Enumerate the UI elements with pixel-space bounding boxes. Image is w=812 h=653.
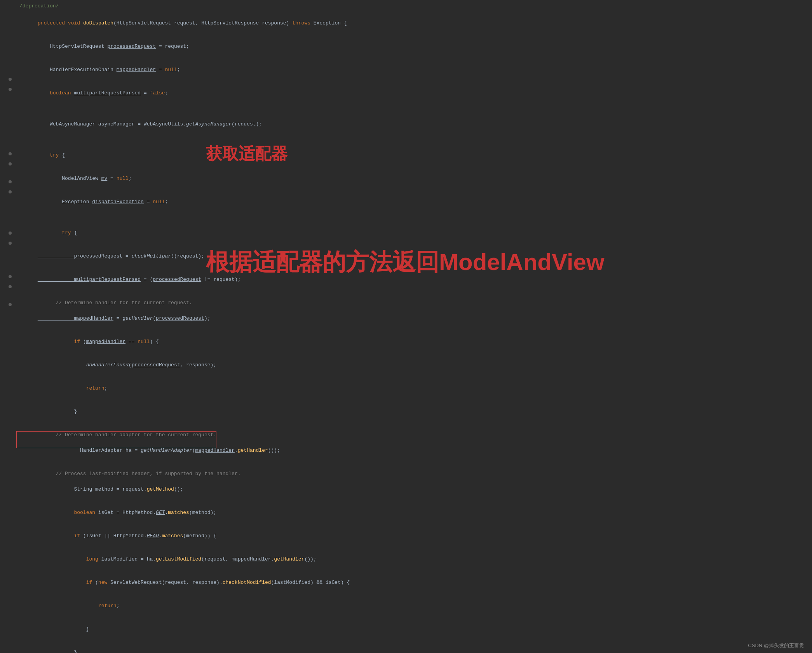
code-line-1: protected void doDispatch(HttpServletReq… [19,12,427,35]
gutter-marker-1 [9,78,12,306]
code-line-2: HttpServletRequest processedRequest = re… [19,35,427,58]
code-line-4: boolean multipartRequestParsed = false; [19,82,427,105]
code-line-ig: boolean isGet = HttpMethod.GET.matches(m… [19,501,427,524]
code-line-5: WebAsyncManager asyncManager = WebAsyncU… [19,113,427,136]
code-line-cb3: } [19,641,427,653]
code-line-ret2: return; [19,594,427,618]
code-editor: protected void doDispatch(HttpServletReq… [19,12,427,653]
code-line-mh: mappedHandler = getHandler(processedRequ… [19,307,427,330]
code-line-if2: if (isGet || HttpMethod.HEAD.matches(met… [19,524,427,548]
code-line-nhf: noHandlerFound(processedRequest, respons… [19,353,427,377]
code-line-try2: try { [19,221,427,245]
code-line-c3: // Process last-modified header, if supp… [19,470,427,478]
code-line-sm: String method = request.getMethod(); [19,478,427,501]
code-line-ret1: return; [19,377,427,400]
code-line-c2: // Determine handler adapter for the cur… [19,431,427,439]
watermark: CSDN @掉头发的王富贵 [748,642,804,649]
code-line-exc: Exception dispatchException = null; [19,190,427,214]
code-line-ha: HandlerAdapter ha = getHandlerAdapter(ma… [19,439,427,462]
breadcrumb: /deprecation/ [19,3,59,9]
code-line-cb1: } [19,400,427,423]
code-line-cb2: } [19,618,427,641]
code-line-3: HandlerExecutionChain mappedHandler = nu… [19,58,427,82]
code-line-if3: if (new ServletWebRequest(request, respo… [19,571,427,594]
code-line-c1: // Determine handler for the current req… [19,299,427,307]
annotation-return-model-and-view: 根据适配器的方法返回ModelAndView [206,247,605,278]
code-line-if1: if (mappedHandler == null) { [19,330,427,353]
code-line-mv: ModelAndView mv = null; [19,167,427,190]
code-line-lm: long lastModified = ha.getLastModified(r… [19,548,427,571]
annotation-get-adapter: 获取适配器 [206,143,288,165]
